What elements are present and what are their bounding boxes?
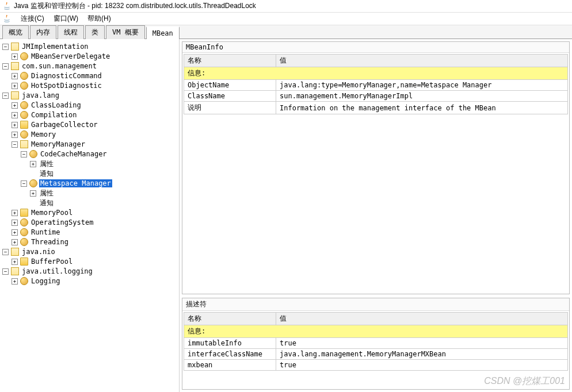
tree-mbeansrv[interactable]: MBeanServerDelegate [30, 52, 111, 60]
col-value[interactable]: 值 [276, 55, 568, 67]
tree-codecache[interactable]: CodeCacheManager [39, 150, 108, 158]
expand-icon[interactable]: + [30, 161, 36, 167]
expand-icon[interactable]: + [12, 229, 18, 236]
folder-icon [20, 209, 28, 217]
expand-icon[interactable]: + [12, 102, 18, 109]
menu-connect[interactable]: 连接(C) [18, 13, 47, 25]
bean-icon [20, 218, 28, 226]
tree-hotspot[interactable]: HotSpotDiagnostic [30, 82, 103, 90]
col-name[interactable]: 名称 [184, 313, 276, 325]
expand-icon[interactable]: + [12, 112, 18, 118]
folder-icon [20, 258, 28, 266]
tree-threading[interactable]: Threading [30, 238, 70, 246]
folder-icon [11, 91, 19, 99]
leaf-icon [30, 171, 36, 177]
leaf-icon [30, 200, 36, 206]
col-value[interactable]: 值 [276, 313, 568, 325]
tree-jmimpl[interactable]: JMImplementation [21, 43, 90, 51]
expand-icon[interactable]: + [12, 132, 18, 138]
tree-bufferpool[interactable]: BufferPool [30, 258, 74, 266]
tree-javanio[interactable]: java.nio [21, 248, 56, 256]
tree-classloading[interactable]: ClassLoading [30, 101, 82, 109]
tree-compilation[interactable]: Compilation [30, 111, 78, 119]
tabbar: 概览 内存 线程 类 VM 概要 MBean [0, 25, 572, 39]
table-row: immutableInfotrue [184, 338, 568, 349]
expand-icon[interactable]: + [12, 220, 18, 226]
bean-icon [29, 150, 37, 158]
menu-window[interactable]: 窗口(W) [51, 13, 81, 25]
main-area: −JMImplementation +MBeanServerDelegate −… [0, 39, 572, 392]
tab-classes[interactable]: 类 [85, 25, 105, 39]
mbeaninfo-table: 名称 值 信息: ObjectNamejava.lang:type=Memory… [184, 54, 568, 114]
table-row: mxbeantrue [184, 360, 568, 371]
collapse-icon[interactable]: − [2, 93, 9, 99]
tab-overview[interactable]: 概览 [2, 25, 29, 39]
collapse-icon[interactable]: − [2, 249, 9, 255]
tree-mempool[interactable]: MemoryPool [30, 209, 74, 217]
tree-notif[interactable]: 通知 [39, 169, 55, 179]
menubar: 连接(C) 窗口(W) 帮助(H) [0, 13, 572, 25]
expand-icon[interactable]: + [12, 259, 18, 265]
expand-icon[interactable]: + [12, 278, 18, 285]
bean-icon [29, 179, 37, 187]
java-icon [2, 2, 12, 11]
collapse-icon[interactable]: − [2, 44, 9, 50]
collapse-icon[interactable]: − [2, 63, 9, 70]
table-row: ClassNamesun.management.MemoryManagerImp… [184, 91, 568, 102]
java-icon-small [2, 14, 12, 24]
tab-memory[interactable]: 内存 [30, 25, 56, 39]
bean-icon [20, 72, 28, 80]
folder-icon [20, 121, 28, 129]
expand-icon[interactable]: + [12, 239, 18, 245]
expand-icon[interactable]: + [12, 122, 18, 128]
expand-icon[interactable]: + [12, 210, 18, 216]
expand-icon[interactable]: + [12, 53, 18, 60]
mbean-tree: −JMImplementation +MBeanServerDelegate −… [1, 42, 178, 286]
tree-memory[interactable]: Memory [30, 130, 57, 139]
collapse-icon[interactable]: − [2, 268, 9, 275]
tree-attr[interactable]: 属性 [39, 159, 55, 169]
tree-javalog[interactable]: java.util.logging [21, 267, 94, 275]
descriptor-title: 描述符 [182, 298, 569, 311]
folder-icon [11, 43, 19, 51]
expand-icon[interactable]: + [12, 83, 18, 89]
tree-panel[interactable]: −JMImplementation +MBeanServerDelegate −… [0, 39, 180, 392]
tree-attr2[interactable]: 属性 [39, 189, 55, 198]
table-row: interfaceClassNamejava.lang.management.M… [184, 349, 568, 360]
menu-help[interactable]: 帮助(H) [85, 13, 113, 25]
collapse-icon[interactable]: − [12, 141, 18, 148]
bean-icon [20, 277, 28, 285]
collapse-icon[interactable]: − [21, 151, 27, 157]
folder-icon [11, 248, 19, 256]
tree-notif2[interactable]: 通知 [39, 198, 55, 208]
bean-icon [20, 82, 28, 90]
tree-diagcmd[interactable]: DiagnosticCommand [30, 72, 103, 80]
titlebar: Java 监视和管理控制台 - pid: 18232 com.distribut… [0, 0, 572, 13]
tree-javalang[interactable]: java.lang [21, 91, 60, 99]
folder-icon [11, 62, 19, 70]
window-title: Java 监视和管理控制台 - pid: 18232 com.distribut… [14, 1, 256, 11]
tree-runtime[interactable]: Runtime [30, 228, 62, 236]
table-row: 说明Information on the management interfac… [184, 102, 568, 114]
expand-icon[interactable]: + [30, 190, 36, 197]
bean-icon [20, 52, 28, 60]
tree-comsun[interactable]: com.sun.management [21, 62, 98, 70]
expand-icon[interactable]: + [12, 73, 18, 79]
tree-logging[interactable]: Logging [30, 277, 62, 285]
tree-os[interactable]: OperatingSystem [30, 218, 94, 226]
tree-memmgr[interactable]: MemoryManager [30, 140, 86, 148]
collapse-icon[interactable]: − [21, 180, 27, 187]
tree-metaspace[interactable]: Metaspace Manager [39, 179, 112, 187]
mbeaninfo-section: MBeanInfo 名称 值 信息: ObjectNamejava.lang:t… [182, 41, 570, 294]
group-info: 信息: [184, 67, 568, 80]
descriptor-section: 描述符 名称 值 信息: immutableInfotrue interface… [182, 298, 570, 390]
group-info: 信息: [184, 325, 568, 338]
detail-panel: MBeanInfo 名称 值 信息: ObjectNamejava.lang:t… [180, 39, 572, 392]
tab-vm[interactable]: VM 概要 [106, 25, 145, 39]
bean-icon [20, 111, 28, 119]
tab-threads[interactable]: 线程 [58, 25, 84, 39]
mbeaninfo-title: MBeanInfo [182, 42, 569, 53]
tree-gc[interactable]: GarbageCollector [30, 121, 99, 129]
col-name[interactable]: 名称 [184, 55, 276, 67]
tab-mbean[interactable]: MBean [146, 26, 180, 39]
